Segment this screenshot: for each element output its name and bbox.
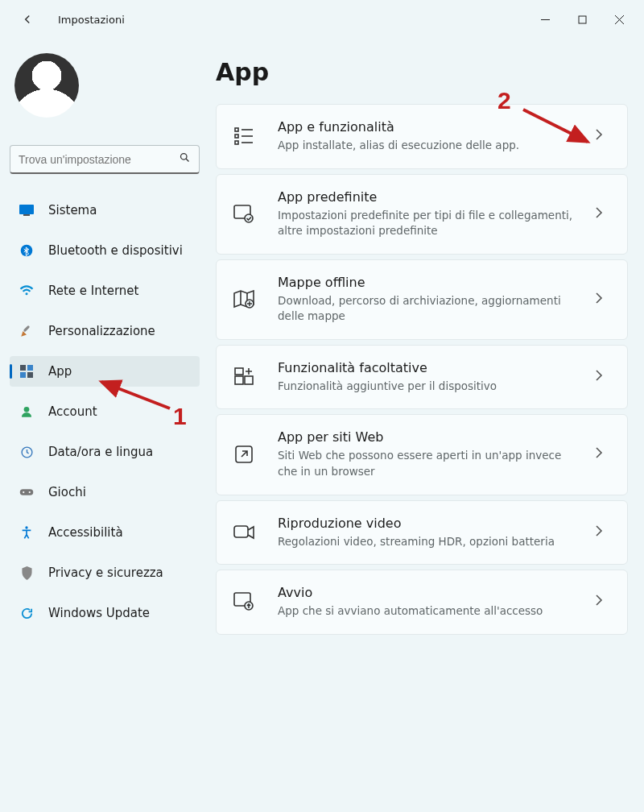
startup-icon xyxy=(233,590,255,613)
page-title: App xyxy=(216,58,628,86)
card-subtitle: Download, percorso di archiviazione, agg… xyxy=(278,293,584,325)
sidebar-item-accessibilita[interactable]: Accessibilità xyxy=(10,517,200,548)
card-funzionalita-facoltative[interactable]: Funzionalità facoltative Funzionalità ag… xyxy=(216,345,628,410)
card-app-siti-web[interactable]: App per siti Web Siti Web che possono es… xyxy=(216,414,628,495)
sidebar-item-label: App xyxy=(48,364,72,379)
sidebar-item-dataora[interactable]: Data/ora e lingua xyxy=(10,437,200,467)
sidebar-item-label: Privacy e sicurezza xyxy=(48,566,163,580)
card-mappe-offline[interactable]: Mappe offline Download, percorso di arch… xyxy=(216,259,628,340)
avatar[interactable] xyxy=(14,53,79,118)
sidebar-item-label: Account xyxy=(48,404,97,419)
card-title: App predefinite xyxy=(278,189,584,205)
wifi-icon xyxy=(19,284,34,298)
open-external-icon xyxy=(233,443,255,466)
svg-line-5 xyxy=(186,159,188,161)
sidebar-item-label: Accessibilità xyxy=(48,525,123,540)
sidebar-item-update[interactable]: Windows Update xyxy=(10,598,200,628)
sidebar-item-personalizzazione[interactable]: Personalizzazione xyxy=(10,316,200,346)
search-input[interactable] xyxy=(19,153,179,166)
svg-rect-6 xyxy=(19,205,34,214)
card-subtitle: Funzionalità aggiuntive per il dispositi… xyxy=(278,379,584,395)
card-title: App e funzionalità xyxy=(278,119,584,135)
search-input-wrapper[interactable] xyxy=(10,145,200,174)
sidebar-item-label: Bluetooth e dispositivi xyxy=(48,243,183,258)
svg-point-4 xyxy=(181,154,188,160)
card-title: App per siti Web xyxy=(278,429,584,445)
chevron-right-icon xyxy=(595,524,611,541)
optional-features-icon xyxy=(233,366,255,388)
card-avvio[interactable]: Avvio App che si avviano automaticamente… xyxy=(216,570,628,635)
monitor-icon xyxy=(19,203,34,218)
maximize-button[interactable] xyxy=(564,6,601,32)
apps-icon xyxy=(19,364,34,379)
titlebar: Impostazioni xyxy=(0,0,644,39)
card-title: Funzionalità facoltative xyxy=(278,360,584,375)
svg-rect-1 xyxy=(579,16,586,23)
svg-point-18 xyxy=(23,491,24,493)
sidebar-nav: Sistema Bluetooth e dispositivi Rete e I… xyxy=(10,195,200,628)
sidebar-item-account[interactable]: Account xyxy=(10,396,200,427)
video-icon xyxy=(233,521,255,544)
svg-point-19 xyxy=(29,491,31,493)
svg-rect-11 xyxy=(20,365,26,371)
card-app-funzionalita[interactable]: App e funzionalità App installate, alias… xyxy=(216,104,628,169)
card-subtitle: App installate, alias di esecuzione dell… xyxy=(278,138,584,154)
bluetooth-icon xyxy=(19,243,34,258)
svg-point-20 xyxy=(25,526,27,528)
svg-rect-34 xyxy=(234,526,248,537)
update-icon xyxy=(19,606,34,620)
sidebar-item-label: Rete e Internet xyxy=(48,284,138,298)
chevron-right-icon xyxy=(595,369,611,385)
sidebar-item-sistema[interactable]: Sistema xyxy=(10,195,200,226)
minimize-button[interactable] xyxy=(526,6,564,32)
sidebar-item-rete[interactable]: Rete e Internet xyxy=(10,276,200,306)
chevron-right-icon xyxy=(595,128,611,144)
svg-rect-13 xyxy=(20,372,26,378)
map-icon xyxy=(233,288,255,311)
svg-point-15 xyxy=(24,407,30,412)
sidebar-item-label: Giochi xyxy=(48,485,86,499)
chevron-right-icon xyxy=(595,292,611,308)
card-subtitle: Siti Web che possono essere aperti in un… xyxy=(278,448,584,479)
svg-point-28 xyxy=(245,214,253,222)
card-title: Mappe offline xyxy=(278,275,584,290)
default-apps-icon xyxy=(233,203,255,226)
search-icon xyxy=(179,151,191,167)
list-icon xyxy=(233,125,255,147)
person-icon xyxy=(19,404,34,419)
clock-globe-icon xyxy=(19,445,34,459)
card-subtitle: Regolazioni video, streaming HDR, opzion… xyxy=(278,534,584,550)
back-button[interactable] xyxy=(13,5,42,34)
sidebar: Sistema Bluetooth e dispositivi Rete e I… xyxy=(0,39,209,638)
close-button[interactable] xyxy=(601,6,638,32)
card-title: Avvio xyxy=(278,585,584,600)
main-content: App App e funzionalità App installate, a… xyxy=(216,45,644,640)
card-riproduzione-video[interactable]: Riproduzione video Regolazioni video, st… xyxy=(216,500,628,566)
window-title: Impostazioni xyxy=(58,14,125,26)
svg-rect-23 xyxy=(235,135,238,138)
chevron-right-icon xyxy=(595,446,611,462)
card-subtitle: App che si avviano automaticamente all'a… xyxy=(278,603,584,619)
svg-rect-32 xyxy=(235,368,243,375)
sidebar-item-privacy[interactable]: Privacy e sicurezza xyxy=(10,557,200,588)
sidebar-item-label: Data/ora e lingua xyxy=(48,445,153,459)
annotation-number-2: 2 xyxy=(497,87,511,114)
svg-rect-30 xyxy=(235,376,243,384)
annotation-number-1: 1 xyxy=(173,403,187,430)
shield-icon xyxy=(19,566,34,580)
paintbrush-icon xyxy=(19,324,34,338)
card-app-predefinite[interactable]: App predefinite Impostazioni predefinite… xyxy=(216,174,628,255)
card-title: Riproduzione video xyxy=(278,516,584,531)
sidebar-item-bluetooth[interactable]: Bluetooth e dispositivi xyxy=(10,235,200,266)
svg-rect-31 xyxy=(245,376,253,384)
sidebar-item-app[interactable]: App xyxy=(10,356,200,387)
sidebar-item-label: Windows Update xyxy=(48,606,150,620)
chevron-right-icon xyxy=(595,206,611,222)
sidebar-item-label: Personalizzazione xyxy=(48,324,155,338)
window-controls xyxy=(526,6,638,32)
svg-rect-21 xyxy=(235,128,238,131)
svg-rect-7 xyxy=(23,214,30,216)
sidebar-item-giochi[interactable]: Giochi xyxy=(10,477,200,508)
chevron-right-icon xyxy=(595,594,611,610)
svg-rect-14 xyxy=(27,372,33,378)
